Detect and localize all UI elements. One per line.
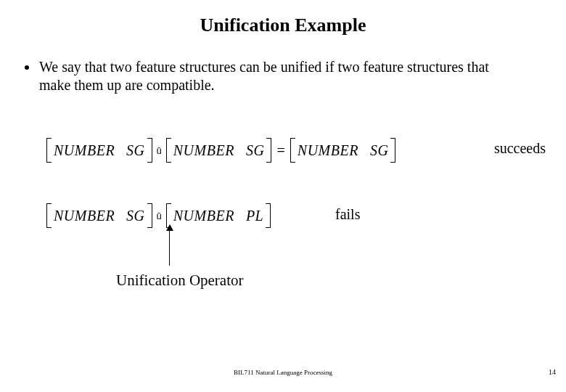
fs-val: SG [126, 208, 144, 224]
fs-attr: NUMBER [54, 208, 115, 224]
fs-val: SG [370, 142, 388, 159]
equals-sign: = [274, 142, 287, 159]
feature-structure: NUMBER SG [49, 139, 149, 161]
bullet-dot-icon [25, 65, 29, 70]
bullet-item: We say that two feature structures can b… [25, 58, 544, 94]
fs-attr: NUMBER [54, 142, 115, 159]
page-number: 14 [549, 368, 556, 376]
equation-row-1: NUMBER SG û NUMBER SG = NUMBER SG [49, 139, 393, 161]
fs-val: SG [246, 142, 264, 159]
unify-operator-icon: û [155, 211, 163, 221]
bullet-text: We say that two feature structures can b… [39, 58, 504, 94]
slide: Unification Example We say that two feat… [0, 0, 566, 392]
operator-caption: Unification Operator [116, 271, 244, 290]
feature-structure: NUMBER SG [169, 139, 269, 161]
feature-structure: NUMBER SG [293, 139, 393, 161]
result-label-succeeds: succeeds [494, 140, 546, 157]
fs-attr: NUMBER [173, 208, 234, 224]
fs-val: PL [246, 208, 263, 224]
slide-title: Unification Example [22, 15, 544, 36]
unify-operator-icon: û [155, 145, 163, 156]
result-label-fails: fails [335, 206, 360, 223]
fs-attr: NUMBER [173, 142, 234, 159]
footer-text: BIL711 Natural Language Processing [0, 369, 566, 376]
fs-val: SG [126, 142, 144, 159]
equation-row-2: NUMBER SG û NUMBER PL [49, 205, 268, 226]
fs-attr: NUMBER [298, 142, 358, 159]
arrow-icon [168, 225, 169, 266]
feature-structure: NUMBER SG [49, 205, 149, 226]
feature-structure: NUMBER PL [169, 205, 268, 226]
